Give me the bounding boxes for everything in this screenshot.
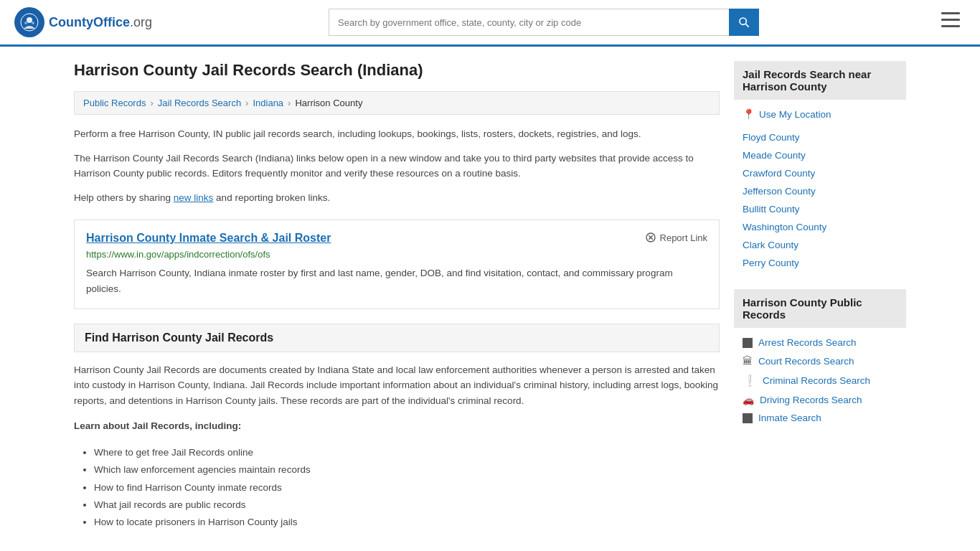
find-section: Find Harrison County Jail Records Harris… (74, 324, 720, 532)
list-item: Where to get free Jail Records online (94, 444, 720, 461)
sidebar-public-records-section: Harrison County Public Records Arrest Re… (734, 289, 906, 430)
content-area: Harrison County Jail Records Search (Ind… (74, 61, 720, 531)
sidebar-public-records-heading: Harrison County Public Records (734, 289, 906, 328)
meade-county-link[interactable]: Meade County (743, 150, 806, 161)
sidebar-nearby-section: Jail Records Search near Harrison County… (734, 61, 906, 275)
arrest-icon (743, 338, 753, 348)
sidebar-item-floyd: Floyd County (734, 128, 906, 146)
sidebar-item-court: 🏛 Court Records Search (734, 352, 906, 370)
list-item: Which law enforcement agencies maintain … (94, 461, 720, 479)
record-description: Search Harrison County, Indiana inmate r… (86, 265, 707, 296)
inmate-search-link[interactable]: Inmate Search (758, 413, 821, 423)
arrest-records-link[interactable]: Arrest Records Search (758, 337, 857, 348)
court-records-link[interactable]: Court Records Search (758, 356, 854, 367)
crawford-county-link[interactable]: Crawford County (743, 168, 815, 179)
criminal-icon: ❕ (743, 374, 757, 387)
sidebar-item-criminal: ❕ Criminal Records Search (734, 370, 906, 391)
washington-county-link[interactable]: Washington County (743, 222, 826, 232)
description-para2: The Harrison County Jail Records Search … (74, 151, 720, 182)
find-section-header: Find Harrison County Jail Records (74, 324, 720, 352)
sidebar-item-jefferson: Jefferson County (734, 182, 906, 200)
find-body-text: Harrison County Jail Records are documen… (74, 362, 720, 409)
sidebar-item-perry: Perry County (734, 254, 906, 272)
svg-rect-6 (941, 12, 960, 14)
record-url: https://www.in.gov/apps/indcorrection/of… (86, 249, 707, 260)
svg-point-3 (32, 22, 34, 24)
sidebar-item-driving: 🚗 Driving Records Search (734, 391, 906, 409)
logo-icon (14, 7, 44, 37)
new-links-link[interactable]: new links (174, 192, 214, 203)
menu-button[interactable] (936, 9, 966, 35)
list-item: How to locate prisoners in Harrison Coun… (94, 514, 720, 531)
sidebar-item-crawford: Crawford County (734, 164, 906, 182)
jefferson-county-link[interactable]: Jefferson County (743, 186, 816, 197)
svg-point-2 (24, 22, 27, 24)
svg-rect-8 (941, 25, 960, 27)
main-container: Harrison County Jail Records Search (Ind… (60, 47, 920, 545)
breadcrumb: Public Records › Jail Records Search › I… (74, 91, 720, 115)
logo-text: CountyOffice.org (49, 15, 152, 30)
list-item: What jail records are public records (94, 496, 720, 514)
perry-county-link[interactable]: Perry County (743, 258, 799, 268)
svg-line-5 (745, 24, 749, 27)
description-area: Perform a free Harrison County, IN publi… (74, 126, 720, 205)
driving-icon: 🚗 (743, 395, 754, 405)
find-section-body: Harrison County Jail Records are documen… (74, 352, 720, 532)
list-item: How to find Harrison County inmate recor… (94, 479, 720, 496)
site-header: CountyOffice.org (0, 0, 980, 47)
description-para3: Help others by sharing new links and rep… (74, 190, 720, 206)
sidebar: Jail Records Search near Harrison County… (734, 61, 906, 531)
sidebar-item-clark: Clark County (734, 236, 906, 254)
clark-county-link[interactable]: Clark County (743, 240, 798, 250)
sidebar-item-arrest: Arrest Records Search (734, 334, 906, 352)
driving-records-link[interactable]: Driving Records Search (760, 395, 862, 405)
criminal-records-link[interactable]: Criminal Records Search (763, 375, 870, 386)
public-records-list: Arrest Records Search 🏛 Court Records Se… (734, 331, 906, 430)
use-location-link[interactable]: Use My Location (759, 109, 831, 120)
record-header: Harrison County Inmate Search & Jail Ros… (86, 232, 707, 249)
learn-title: Learn about Jail Records, including: (74, 418, 720, 434)
use-location-row: 📍 Use My Location (734, 103, 906, 126)
bullitt-county-link[interactable]: Bullitt County (743, 204, 800, 215)
report-link[interactable]: Report Link (645, 232, 707, 243)
breadcrumb-current: Harrison County (295, 98, 362, 108)
sidebar-item-washington: Washington County (734, 218, 906, 236)
page-title: Harrison County Jail Records Search (Ind… (74, 61, 720, 80)
search-button[interactable] (729, 9, 759, 36)
record-title-link[interactable]: Harrison County Inmate Search & Jail Ros… (86, 232, 331, 245)
find-section-title: Find Harrison County Jail Records (85, 331, 273, 344)
breadcrumb-jail-records[interactable]: Jail Records Search (158, 98, 241, 108)
svg-point-4 (740, 18, 746, 24)
inmate-icon (743, 413, 753, 423)
sidebar-item-meade: Meade County (734, 146, 906, 164)
record-card: Harrison County Inmate Search & Jail Ros… (74, 220, 720, 309)
learn-list: Where to get free Jail Records online Wh… (74, 444, 720, 531)
svg-point-1 (27, 17, 32, 23)
sidebar-item-inmate: Inmate Search (734, 409, 906, 427)
nearby-counties-list: Floyd County Meade County Crawford Count… (734, 126, 906, 275)
sidebar-item-bullitt: Bullitt County (734, 200, 906, 218)
search-area (329, 9, 759, 36)
pin-icon: 📍 (743, 108, 755, 120)
court-icon: 🏛 (743, 355, 753, 367)
sidebar-nearby-heading: Jail Records Search near Harrison County (734, 61, 906, 100)
floyd-county-link[interactable]: Floyd County (743, 132, 800, 143)
breadcrumb-indiana[interactable]: Indiana (253, 98, 283, 108)
breadcrumb-public-records[interactable]: Public Records (83, 98, 146, 108)
logo-area: CountyOffice.org (14, 7, 152, 37)
search-input[interactable] (329, 9, 729, 36)
description-para1: Perform a free Harrison County, IN publi… (74, 126, 720, 142)
svg-rect-7 (941, 19, 960, 21)
